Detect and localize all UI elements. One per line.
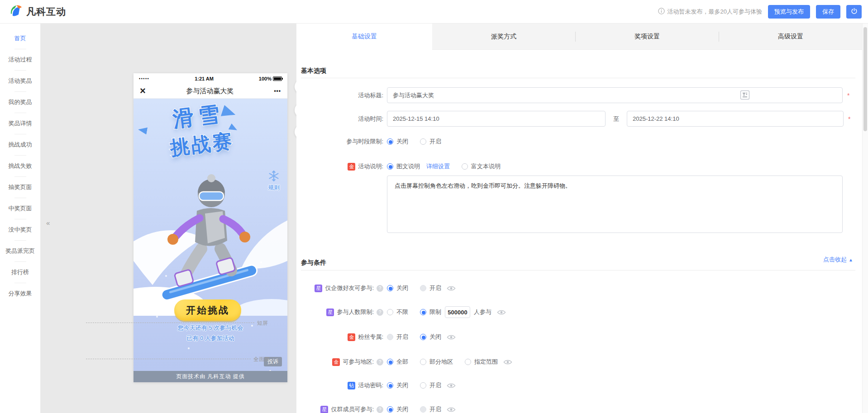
detail-settings-link[interactable]: 详细设置 xyxy=(426,162,450,171)
radio-dot xyxy=(420,309,426,315)
description-textarea[interactable]: 点击屏幕控制角色左右滑动，吃到金币即可加分。注意躲开障碍物。 xyxy=(387,176,843,233)
gold-version-badge: 金 xyxy=(332,358,340,366)
settings-content: 基本选项 活动标题: * 活动时间: 至 xyxy=(296,50,862,413)
signal-dots-icon: ••••• xyxy=(139,76,149,81)
status-time: 1:21 AM xyxy=(149,76,259,81)
question-icon[interactable]: ? xyxy=(377,406,383,413)
settings-tabs: 基础设置 派奖方式 奖项设置 高级设置 xyxy=(296,24,862,50)
sidebar-item-prize-detail[interactable]: 奖品详情 xyxy=(0,117,40,130)
more-icon[interactable]: ••• xyxy=(274,88,281,94)
radio-wecom-off[interactable]: 关闭 xyxy=(387,284,408,292)
wecom-friends-label: 仅企微好友可参与: xyxy=(325,284,374,292)
sidebar-item-prize-out-page[interactable]: 奖品派完页 xyxy=(0,244,40,258)
collapse-section-link[interactable]: 点击收起 ▲ xyxy=(823,256,853,264)
eye-icon[interactable] xyxy=(447,407,456,413)
tab-basic-settings[interactable]: 基础设置 xyxy=(296,24,432,50)
radio-dot xyxy=(465,359,471,365)
collapse-panel-handle[interactable]: « xyxy=(46,219,50,227)
sidebar-item-no-win-page[interactable]: 没中奖页 xyxy=(0,223,40,237)
close-icon[interactable]: × xyxy=(140,86,146,96)
tab-award-method[interactable]: 派奖方式 xyxy=(432,24,575,49)
text-edit-icon[interactable] xyxy=(740,90,750,101)
end-time-input[interactable] xyxy=(627,111,844,127)
sidebar-item-process[interactable]: 活动过程 xyxy=(0,53,40,66)
preview-publish-button[interactable]: 预览与发布 xyxy=(768,5,810,19)
phone-nav-bar: × 参与活动赢大奖 ••• xyxy=(134,84,287,99)
activity-time-label: 活动时间: xyxy=(301,115,383,123)
radio-password-on[interactable]: 开启 xyxy=(420,381,441,389)
radio-limit-on[interactable]: 限制 xyxy=(420,308,441,316)
tab-advanced-settings[interactable]: 高级设置 xyxy=(719,24,862,49)
radio-fans-off[interactable]: 关闭 xyxy=(420,333,441,341)
required-asterisk: * xyxy=(848,115,850,123)
sidebar-item-ranking[interactable]: 排行榜 xyxy=(0,266,40,279)
question-icon[interactable]: ? xyxy=(377,309,383,316)
question-icon[interactable]: ? xyxy=(377,359,383,366)
required-asterisk: * xyxy=(847,92,849,99)
sidebar-item-challenge-success[interactable]: 挑战成功 xyxy=(0,138,40,152)
sidebar-item-prizes[interactable]: 活动奖品 xyxy=(0,74,40,88)
fans-only-label: 粉丝专属: xyxy=(358,333,383,341)
short-screen-line xyxy=(86,323,254,323)
battery-percent: 100% xyxy=(259,76,272,81)
radio-region-partial[interactable]: 部分地区 xyxy=(420,358,453,366)
wecom-friends-row: 星 仅企微好友可参与: ? 关闭 开启 xyxy=(301,281,853,295)
radio-group-on[interactable]: 开启 xyxy=(420,405,441,413)
group-members-label: 仅群成员可参与: xyxy=(331,405,374,413)
radio-fans-on[interactable]: 开启 xyxy=(387,333,408,341)
time-slot-row: 参与时段限制: 关闭 开启 xyxy=(301,135,853,148)
sidebar-item-lottery-page[interactable]: 抽奖页面 xyxy=(0,180,40,194)
save-button[interactable]: 保存 xyxy=(816,5,840,19)
sidebar-divider xyxy=(14,70,26,71)
radio-region-all[interactable]: 全部 xyxy=(387,358,408,366)
radio-time-slot-off[interactable]: 关闭 xyxy=(387,138,408,146)
radio-description-image[interactable]: 图文说明 xyxy=(387,162,420,171)
eye-icon[interactable] xyxy=(447,383,456,389)
radio-wecom-on[interactable]: 开启 xyxy=(420,284,441,292)
eye-icon[interactable] xyxy=(447,334,456,340)
participant-limit-input[interactable] xyxy=(445,306,470,318)
sidebar-item-win-page[interactable]: 中奖页面 xyxy=(0,202,40,215)
page-sidebar: 首页 活动过程 活动奖品 我的奖品 奖品详情 挑战成功 挑战失败 抽奖页面 中奖… xyxy=(0,24,41,413)
poster-headline: 滑雪 挑战赛 xyxy=(140,99,259,165)
gold-version-badge: 金 xyxy=(348,163,355,171)
sidebar-divider xyxy=(14,134,26,134)
activity-title-row: 活动标题: * xyxy=(301,87,853,103)
sidebar-item-share-effect[interactable]: 分享效果 xyxy=(0,287,40,300)
scrollbar-thumb[interactable] xyxy=(863,27,867,131)
radio-region-specified[interactable]: 指定范围 xyxy=(465,358,498,366)
password-label: 活动密码: xyxy=(358,381,383,389)
radio-limit-none[interactable]: 不限 xyxy=(387,308,408,316)
radio-dot xyxy=(387,406,393,413)
eye-icon[interactable] xyxy=(447,285,456,291)
time-separator: 至 xyxy=(613,115,619,123)
power-button[interactable] xyxy=(846,5,862,19)
radio-time-slot-on[interactable]: 开启 xyxy=(420,138,441,146)
activity-title-input[interactable] xyxy=(387,87,843,103)
diamond-version-badge: 钻 xyxy=(348,382,355,389)
radio-description-rich[interactable]: 富文本说明 xyxy=(462,162,501,171)
start-time-input[interactable] xyxy=(387,111,606,127)
radio-dot xyxy=(420,285,426,291)
radio-password-off[interactable]: 关闭 xyxy=(387,381,408,389)
sidebar-item-home[interactable]: 首页 xyxy=(0,32,40,45)
vertical-scrollbar[interactable] xyxy=(862,24,868,413)
radio-dot xyxy=(420,382,426,389)
sidebar-divider xyxy=(14,261,26,262)
eye-icon[interactable] xyxy=(503,359,512,365)
top-header: 凡科互动 活动暂未发布，最多20人可参与体验 预览与发布 保存 xyxy=(0,0,868,24)
fans-only-row: 金 粉丝专属: 开启 关闭 xyxy=(301,330,853,344)
sidebar-item-my-prizes[interactable]: 我的奖品 xyxy=(0,95,40,109)
question-icon[interactable]: ? xyxy=(377,285,383,292)
radio-dot xyxy=(420,359,426,365)
sidebar-item-challenge-fail[interactable]: 挑战失败 xyxy=(0,159,40,173)
radio-group-off[interactable]: 关闭 xyxy=(387,405,408,413)
start-challenge-button[interactable]: 开始挑战 xyxy=(174,299,241,321)
joined-count-text: 已有 0 人参加活动 xyxy=(134,334,287,342)
collapse-arrow-icon: ▲ xyxy=(849,257,853,262)
sidebar-divider xyxy=(14,198,26,198)
star-version-badge: 星 xyxy=(326,309,334,316)
time-slot-label: 参与时段限制: xyxy=(301,138,383,146)
tab-prize-settings[interactable]: 奖项设置 xyxy=(576,24,719,49)
eye-icon[interactable] xyxy=(497,309,506,315)
